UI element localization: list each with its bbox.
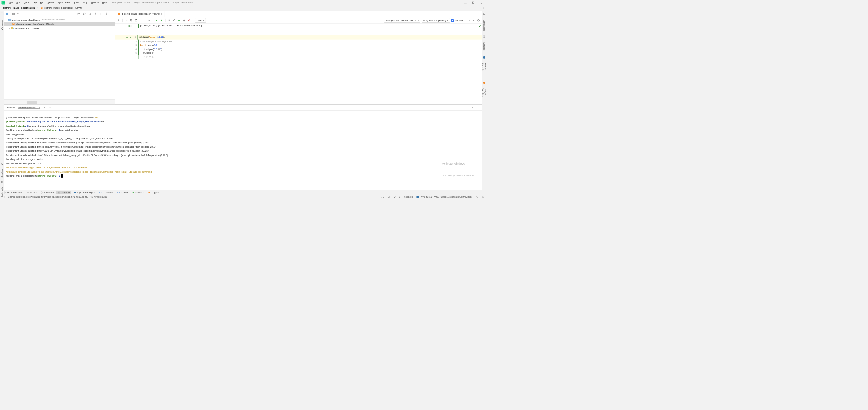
bookmarks-tool[interactable]: Bookmarks <box>1 187 3 197</box>
workspace-icon[interactable] <box>1 12 3 15</box>
todo-tool[interactable]: TODO <box>25 191 38 194</box>
menu-cell[interactable]: Cell <box>31 1 38 5</box>
code-cell[interactable]: plt.yticks([]) <box>115 55 482 59</box>
menu-help[interactable]: Help <box>100 1 108 5</box>
move-up-icon[interactable] <box>142 19 146 22</box>
window-maximize[interactable] <box>471 1 475 4</box>
target-icon[interactable] <box>88 12 91 15</box>
code-cell[interactable]: 2 # Show only the first 30 pictures <box>115 40 482 43</box>
editor-tab[interactable]: clothing_image_classification_tf.ipynb × <box>116 11 165 17</box>
move-down-icon[interactable] <box>147 19 151 22</box>
python-icon[interactable] <box>483 56 486 59</box>
services-tool[interactable]: Services <box>130 191 145 194</box>
python-console-tool[interactable]: Python Console <box>482 62 486 78</box>
database-tool[interactable]: Database <box>483 41 486 52</box>
run-all-icon[interactable] <box>177 19 181 22</box>
menu-run[interactable]: Run <box>38 1 46 5</box>
menu-window[interactable]: Window <box>89 1 100 5</box>
code-line[interactable]: plt.subplot(6,5, i+1) <box>138 47 482 51</box>
code-line[interactable]: for i in range(30): <box>138 43 482 47</box>
inspection-ok-icon[interactable]: ✔ <box>478 25 481 29</box>
code-cell[interactable]: 4 plt.subplot(6,5, i+1) <box>115 47 482 51</box>
notifications-tool[interactable]: Notifications <box>483 19 486 32</box>
close-tab-icon[interactable]: × <box>161 12 162 15</box>
code-line[interactable]: # Show only the first 30 pictures <box>138 40 482 43</box>
code-cell[interactable]: 5 plt.xticks([]) <box>115 51 482 55</box>
r-jobs-tool[interactable]: R Jobs <box>116 191 129 194</box>
copy-icon[interactable] <box>130 19 133 22</box>
cursor-position[interactable]: 7:9 <box>381 196 384 198</box>
terminal-dropdown-icon[interactable] <box>49 106 52 109</box>
workspace-tool[interactable]: Workspace <box>0 19 3 31</box>
jupyter-tool[interactable]: Jupyter <box>147 191 161 194</box>
file-encoding[interactable]: UTF-8 <box>394 196 401 198</box>
globe-icon[interactable] <box>477 19 480 22</box>
menu-code[interactable]: Code <box>22 1 31 5</box>
terminal-tab[interactable]: jburchell@ubuntu: ~ × <box>18 106 40 109</box>
restart-icon[interactable] <box>173 19 176 22</box>
paste-icon[interactable] <box>134 19 138 22</box>
delete-icon[interactable] <box>182 19 186 22</box>
code-cell[interactable]: In 3 1 (X_train, y_train), (X_test, y_te… <box>115 24 482 28</box>
cut-icon[interactable] <box>125 19 128 22</box>
r-console-tool[interactable]: RR Console <box>98 191 115 194</box>
terminal-tab-close-icon[interactable]: × <box>39 106 40 109</box>
chevron-down-icon[interactable] <box>18 13 19 15</box>
managed-server-selector[interactable]: Managed: http://localhost:8888 ▾ <box>384 18 421 23</box>
menu-vcs[interactable]: VCS <box>81 1 89 5</box>
menu-environment[interactable]: Environment <box>56 1 72 5</box>
next-icon[interactable] <box>472 19 475 22</box>
expand-all-icon[interactable] <box>99 12 103 15</box>
interpreter[interactable]: Python 3.10.4 WSL (Ubunt…lassification/b… <box>416 196 472 198</box>
code-line[interactable]: (X_train, y_train), (X_test, y_test) = f… <box>138 24 482 28</box>
tree-root[interactable]: ▾ clothing_image_classification C:\Users… <box>4 18 115 22</box>
tree-file[interactable]: clothing_image_classification_tf.ipynb <box>4 22 115 26</box>
menu-kernel[interactable]: Kernel <box>46 1 56 5</box>
refresh-icon[interactable] <box>83 12 86 15</box>
cell-type-selector[interactable]: Code ▾ <box>195 18 206 23</box>
clear-icon[interactable] <box>187 19 191 22</box>
add-cell-icon[interactable] <box>117 19 120 22</box>
breadcrumb-project[interactable]: clothing_image_classification <box>2 6 36 10</box>
stop-icon[interactable] <box>168 19 171 22</box>
bell-icon[interactable] <box>483 12 486 15</box>
code-cell[interactable]: 3 for i in range(30): <box>115 43 482 47</box>
terminal-add-tab[interactable]: + <box>42 106 46 109</box>
expand-icon[interactable] <box>481 6 484 10</box>
trusted-checkbox[interactable]: Trusted <box>452 19 463 22</box>
bookmark-icon[interactable] <box>1 181 3 184</box>
menu-edit[interactable]: Edit <box>15 1 22 5</box>
lock-icon[interactable] <box>475 196 478 198</box>
gear-icon[interactable] <box>105 12 108 15</box>
sidebar-horizontal-scrollbar[interactable] <box>4 99 115 104</box>
debug-icon[interactable] <box>160 19 163 22</box>
terminal-tool[interactable]: Terminal <box>56 191 71 194</box>
code-cell-active[interactable]: In 11 1 plt.figure(figsize=(10,10)) <box>115 35 482 40</box>
python-packages-tool[interactable]: Python Packages <box>72 191 96 194</box>
structure-tool[interactable]: Structure <box>1 169 3 177</box>
menu-file[interactable]: File <box>8 1 15 5</box>
minimize-panel-icon[interactable]: — <box>111 12 114 15</box>
collapse-icon[interactable] <box>94 12 97 15</box>
window-minimize[interactable] <box>464 1 467 4</box>
database-icon[interactable] <box>483 35 486 38</box>
code-line[interactable]: plt.xticks([]) <box>138 51 482 55</box>
indent[interactable]: 4 spaces <box>404 196 413 198</box>
breadcrumb-file[interactable]: clothing_image_classification_tf.ipynb <box>40 6 83 10</box>
problems-tool[interactable]: Problems <box>39 191 55 194</box>
tree-scratches[interactable]: ▸ Scratches and Consoles <box>4 26 115 30</box>
tab-menu-icon[interactable]: ⋮ <box>478 12 481 15</box>
terminal-gear-icon[interactable] <box>471 106 474 109</box>
prev-icon[interactable] <box>467 19 470 22</box>
processes-icon[interactable] <box>482 196 484 198</box>
structure-icon[interactable] <box>1 163 3 165</box>
terminal-hide-icon[interactable]: — <box>476 106 480 109</box>
new-dir-icon[interactable] <box>77 12 80 15</box>
terminal-body[interactable]: (DataspellProjects) PS C:\Users\jodie.bu… <box>4 111 482 190</box>
version-control-tool[interactable]: Version Control <box>2 191 24 194</box>
window-close[interactable] <box>479 1 483 4</box>
jupyter-variables-tool[interactable]: Jupyter Variables <box>482 87 486 104</box>
code-line[interactable]: plt.figure(figsize=(10,10)) <box>138 35 482 40</box>
line-ending[interactable]: LF <box>388 196 390 198</box>
kernel-selector[interactable]: Python 3 (ipykernel) ▾ <box>422 18 450 23</box>
